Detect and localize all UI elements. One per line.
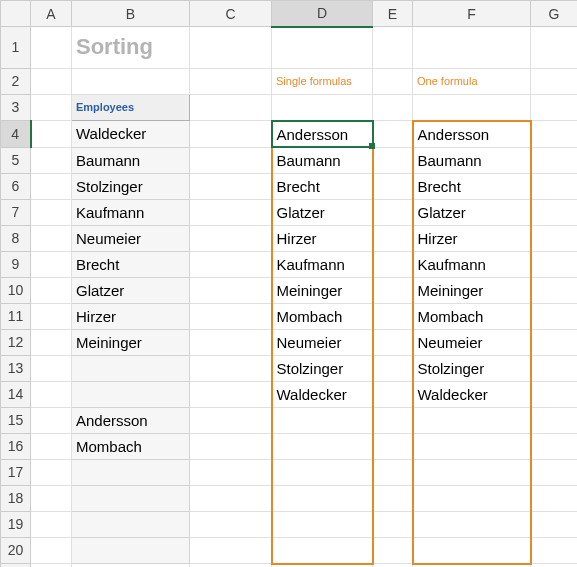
cell-G10[interactable] [531, 277, 578, 303]
cell-F13[interactable]: Stolzinger [413, 355, 531, 381]
cell-F7[interactable]: Glatzer [413, 199, 531, 225]
row-header-17[interactable]: 17 [1, 459, 31, 485]
cell-C17[interactable] [190, 459, 272, 485]
cell-F3[interactable] [413, 94, 531, 121]
cell-D10[interactable]: Meininger [272, 277, 373, 303]
cell-B18[interactable] [72, 485, 190, 511]
cell-G6[interactable] [531, 173, 578, 199]
cell-A13[interactable] [31, 355, 72, 381]
cell-B15[interactable]: Andersson [72, 407, 190, 433]
cell-E17[interactable] [373, 459, 413, 485]
cell-A4[interactable] [31, 121, 72, 148]
row-header-12[interactable]: 12 [1, 329, 31, 355]
cell-C21[interactable] [190, 564, 272, 568]
cell-D11[interactable]: Mombach [272, 303, 373, 329]
cell-F18[interactable] [413, 485, 531, 511]
cell-E1[interactable] [373, 27, 413, 69]
cell-A8[interactable] [31, 225, 72, 251]
cell-E3[interactable] [373, 94, 413, 121]
cell-G14[interactable] [531, 381, 578, 407]
cell-F6[interactable]: Brecht [413, 173, 531, 199]
cell-B7[interactable]: Kaufmann [72, 199, 190, 225]
cell-F10[interactable]: Meininger [413, 277, 531, 303]
cell-D7[interactable]: Glatzer [272, 199, 373, 225]
cell-E20[interactable] [373, 537, 413, 564]
cell-B12[interactable]: Meininger [72, 329, 190, 355]
col-header-G[interactable]: G [531, 1, 578, 27]
cell-A6[interactable] [31, 173, 72, 199]
cell-B20[interactable] [72, 537, 190, 564]
cell-A7[interactable] [31, 199, 72, 225]
row-header-20[interactable]: 20 [1, 537, 31, 564]
cell-E5[interactable] [373, 147, 413, 173]
cell-F5[interactable]: Baumann [413, 147, 531, 173]
cell-A12[interactable] [31, 329, 72, 355]
cell-F4[interactable]: Andersson [413, 121, 531, 148]
cell-F20[interactable] [413, 537, 531, 564]
cell-A20[interactable] [31, 537, 72, 564]
cell-B5[interactable]: Baumann [72, 147, 190, 173]
cell-C14[interactable] [190, 381, 272, 407]
cell-C9[interactable] [190, 251, 272, 277]
cell-A21[interactable] [31, 564, 72, 568]
cell-A9[interactable] [31, 251, 72, 277]
select-all-corner[interactable] [1, 1, 31, 27]
cell-B21[interactable] [72, 564, 190, 568]
cell-B1[interactable]: Sorting [72, 27, 190, 69]
cell-C2[interactable] [190, 68, 272, 94]
cell-E16[interactable] [373, 433, 413, 459]
cell-E8[interactable] [373, 225, 413, 251]
row-header-5[interactable]: 5 [1, 147, 31, 173]
cell-A15[interactable] [31, 407, 72, 433]
cell-A18[interactable] [31, 485, 72, 511]
cell-G17[interactable] [531, 459, 578, 485]
cell-F14[interactable]: Waldecker [413, 381, 531, 407]
cell-A5[interactable] [31, 147, 72, 173]
cell-G19[interactable] [531, 511, 578, 537]
col-header-B[interactable]: B [72, 1, 190, 27]
cell-E13[interactable] [373, 355, 413, 381]
cell-D21[interactable] [272, 564, 373, 568]
cell-D13[interactable]: Stolzinger [272, 355, 373, 381]
cell-C11[interactable] [190, 303, 272, 329]
cell-C8[interactable] [190, 225, 272, 251]
cell-D9[interactable]: Kaufmann [272, 251, 373, 277]
cell-G11[interactable] [531, 303, 578, 329]
row-header-2[interactable]: 2 [1, 68, 31, 94]
cell-F1[interactable] [413, 27, 531, 69]
cell-F16[interactable] [413, 433, 531, 459]
cell-G21[interactable] [531, 564, 578, 568]
cell-D15[interactable] [272, 407, 373, 433]
cell-D20[interactable] [272, 537, 373, 564]
row-header-8[interactable]: 8 [1, 225, 31, 251]
cell-G8[interactable] [531, 225, 578, 251]
cell-B8[interactable]: Neumeier [72, 225, 190, 251]
cell-B10[interactable]: Glatzer [72, 277, 190, 303]
cell-D19[interactable] [272, 511, 373, 537]
cell-G13[interactable] [531, 355, 578, 381]
cell-A17[interactable] [31, 459, 72, 485]
cell-A19[interactable] [31, 511, 72, 537]
cell-D1[interactable] [272, 27, 373, 69]
cell-D18[interactable] [272, 485, 373, 511]
col-header-D[interactable]: D [272, 1, 373, 27]
row-header-14[interactable]: 14 [1, 381, 31, 407]
cell-D16[interactable] [272, 433, 373, 459]
row-header-7[interactable]: 7 [1, 199, 31, 225]
cell-E2[interactable] [373, 68, 413, 94]
cell-B6[interactable]: Stolzinger [72, 173, 190, 199]
cell-C20[interactable] [190, 537, 272, 564]
cell-E11[interactable] [373, 303, 413, 329]
row-header-11[interactable]: 11 [1, 303, 31, 329]
cell-C13[interactable] [190, 355, 272, 381]
cell-D8[interactable]: Hirzer [272, 225, 373, 251]
cell-F11[interactable]: Mombach [413, 303, 531, 329]
row-header-3[interactable]: 3 [1, 94, 31, 121]
row-header-1[interactable]: 1 [1, 27, 31, 69]
cell-D2[interactable]: Single formulas [272, 68, 373, 94]
cell-E10[interactable] [373, 277, 413, 303]
cell-A14[interactable] [31, 381, 72, 407]
cell-C4[interactable] [190, 121, 272, 148]
cell-C16[interactable] [190, 433, 272, 459]
cell-F2[interactable]: One formula [413, 68, 531, 94]
